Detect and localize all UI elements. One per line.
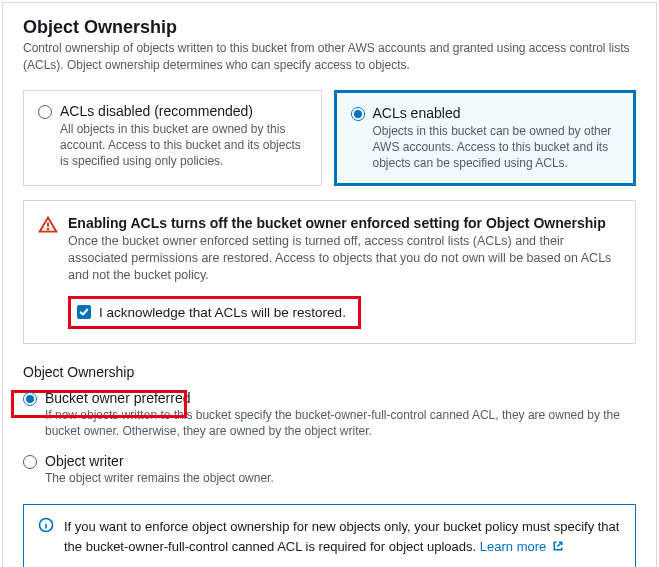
link-label: Learn more	[480, 539, 546, 554]
learn-more-link[interactable]: Learn more	[480, 539, 564, 554]
option-label: Bucket owner preferred	[45, 390, 191, 406]
svg-point-1	[48, 229, 49, 230]
external-link-icon	[552, 540, 564, 552]
warning-text: Once the bucket owner enforced setting i…	[68, 233, 621, 284]
acknowledge-label: I acknowledge that ACLs will be restored…	[99, 305, 346, 320]
option-description: All objects in this bucket are owned by …	[60, 121, 307, 170]
radio-icon	[38, 105, 52, 119]
bucket-owner-preferred-option[interactable]: Bucket owner preferred If new objects wr…	[23, 386, 636, 439]
info-icon	[38, 517, 54, 556]
object-ownership-panel: Object Ownership Control ownership of ob…	[2, 2, 657, 567]
radio-icon	[351, 107, 365, 121]
checkbox-icon	[77, 305, 91, 319]
acl-choice-row: ACLs disabled (recommended) All objects …	[23, 90, 636, 187]
warning-icon	[38, 215, 58, 329]
acknowledge-row[interactable]: I acknowledge that ACLs will be restored…	[68, 296, 361, 329]
option-description: The object writer remains the object own…	[45, 470, 636, 486]
option-description: If new objects written to this bucket sp…	[45, 407, 636, 439]
panel-description: Control ownership of objects written to …	[23, 40, 636, 74]
ownership-section-label: Object Ownership	[23, 364, 636, 380]
panel-header: Object Ownership Control ownership of ob…	[3, 3, 656, 82]
svg-point-4	[45, 522, 46, 523]
acl-warning-box: Enabling ACLs turns off the bucket owner…	[23, 200, 636, 344]
acls-enabled-option[interactable]: ACLs enabled Objects in this bucket can …	[334, 90, 637, 187]
radio-icon	[23, 455, 37, 469]
option-label: ACLs disabled (recommended)	[60, 103, 253, 119]
acls-disabled-option[interactable]: ACLs disabled (recommended) All objects …	[23, 90, 322, 187]
info-callout: If you want to enforce object ownership …	[23, 504, 636, 567]
object-writer-option[interactable]: Object writer The object writer remains …	[23, 449, 636, 486]
info-text: If you want to enforce object ownership …	[64, 517, 621, 556]
option-label: Object writer	[45, 453, 124, 469]
radio-icon	[23, 392, 37, 406]
option-label: ACLs enabled	[373, 105, 461, 121]
panel-title: Object Ownership	[23, 17, 636, 38]
option-description: Objects in this bucket can be owned by o…	[373, 123, 620, 172]
panel-body: ACLs disabled (recommended) All objects …	[3, 82, 656, 567]
warning-title: Enabling ACLs turns off the bucket owner…	[68, 215, 621, 231]
